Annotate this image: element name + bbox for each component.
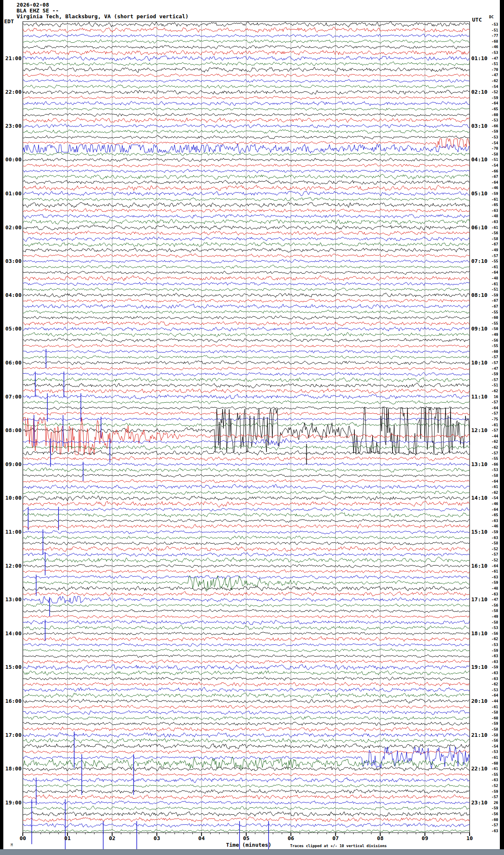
- dc-value: -56: [475, 338, 498, 342]
- dc-value: -62: [475, 440, 498, 444]
- left-time-label: 06:00: [0, 359, 22, 366]
- left-time-label: 08:00: [0, 427, 22, 433]
- dc-value: -59: [475, 806, 498, 810]
- x-axis-tick-label: 03: [148, 835, 165, 841]
- x-axis-tick-label: 00: [15, 835, 31, 841]
- dc-value: -62: [475, 637, 498, 641]
- dc-value: -57: [475, 451, 498, 455]
- dc-value: -59: [475, 96, 498, 100]
- bottom-window-band: [0, 849, 504, 855]
- dc-value: -61: [475, 197, 498, 202]
- dc-value: -49: [475, 248, 498, 252]
- dc-value: -60: [475, 113, 498, 117]
- dc-value: 26: [475, 801, 498, 805]
- dc-value: -51: [475, 62, 498, 66]
- x-axis-tick-label: 06: [283, 835, 299, 841]
- dc-value: -66: [475, 169, 498, 173]
- dc-value: -63: [475, 209, 498, 213]
- dc-value: -63: [475, 654, 498, 658]
- x-axis-tick-label: 05: [238, 835, 254, 841]
- dc-value: -59: [475, 530, 498, 534]
- left-time-label: 12:00: [0, 563, 22, 569]
- left-time-label: 14:00: [0, 630, 22, 636]
- dc-value: -56: [475, 812, 498, 816]
- dc-value: -59: [475, 665, 498, 669]
- left-time-label: 11:00: [0, 529, 22, 535]
- x-axis-tick-label: 04: [193, 835, 210, 841]
- dc-value: -53: [475, 22, 498, 27]
- dc-value: -57: [475, 795, 498, 799]
- dc-value: -58: [475, 237, 498, 241]
- dc-value: -54: [475, 141, 498, 145]
- dc-value: -54: [475, 163, 498, 168]
- dc-value: -61: [475, 705, 498, 709]
- dc-value: -68: [475, 39, 498, 44]
- dc-value: -62: [475, 445, 498, 449]
- dc-value: -59: [475, 649, 498, 653]
- dc-value: -46: [475, 502, 498, 506]
- dc-value: -67: [475, 299, 498, 303]
- dc-value: -48: [475, 214, 498, 218]
- dc-value: -48: [475, 586, 498, 590]
- dc-value: -61: [475, 282, 498, 286]
- dc-value: -48: [475, 276, 498, 280]
- dc-value: -62: [475, 682, 498, 686]
- dc-value: -53: [475, 135, 498, 139]
- dc-value: -57: [475, 355, 498, 359]
- dc-value: -64: [475, 180, 498, 185]
- dc-value: -63: [475, 575, 498, 579]
- dc-value: -61: [475, 485, 498, 489]
- dc-value: -52: [475, 558, 498, 562]
- dc-value: -49: [475, 615, 498, 619]
- dc-value: -57: [475, 361, 498, 365]
- left-time-label: 13:00: [0, 596, 22, 602]
- dc-value: -59: [475, 372, 498, 376]
- dc-value: -47: [475, 367, 498, 371]
- x-axis-tick-label: 01: [59, 835, 76, 841]
- x-axis-tick-label: 08: [372, 835, 388, 841]
- dc-value: -52: [475, 784, 498, 788]
- dc-value: -67: [475, 175, 498, 179]
- dc-value: -64: [475, 693, 498, 697]
- dc-value: -46: [475, 186, 498, 190]
- dc-value: -58: [475, 620, 498, 624]
- dc-value: -46: [475, 45, 498, 49]
- dc-value: -58: [475, 609, 498, 613]
- dc-value: -59: [475, 129, 498, 134]
- dc-value: -64: [475, 406, 498, 410]
- dc-value: -53: [475, 51, 498, 55]
- x-axis-tick-label: 09: [417, 835, 433, 841]
- left-time-label: 18:00: [0, 765, 22, 772]
- dc-value: -70: [475, 146, 498, 151]
- dc-value: -60: [475, 316, 498, 320]
- dc-value: -52: [475, 90, 498, 94]
- left-time-label: 00:00: [0, 156, 22, 163]
- dc-value: -44: [475, 699, 498, 703]
- dc-value: -56: [475, 231, 498, 235]
- clip-note: Traces clipped at +/- 10 vertical divisi…: [290, 844, 387, 848]
- dc-value: -64: [475, 508, 498, 512]
- dc-value: -53: [475, 688, 498, 692]
- dc-value: -61: [475, 423, 498, 427]
- dc-value: -47: [475, 598, 498, 602]
- dc-value: -60: [475, 350, 498, 354]
- dc-value: -63: [475, 778, 498, 782]
- dc-value: -53: [475, 643, 498, 647]
- dc-value: -57: [475, 254, 498, 258]
- dc-value: -56: [475, 738, 498, 743]
- dc-value: -75: [475, 417, 498, 421]
- dc-value: -57: [475, 552, 498, 556]
- dc-value: -57: [475, 411, 498, 415]
- x-axis-tick-label: 07: [327, 835, 344, 841]
- dc-value: -63: [475, 519, 498, 523]
- dc-value: -58: [475, 541, 498, 545]
- dc-value: -55: [475, 457, 498, 461]
- dc-value: -60: [475, 716, 498, 720]
- left-time-label: 04:00: [0, 292, 22, 298]
- left-time-label: 02:00: [0, 224, 22, 231]
- dc-value: -58: [475, 474, 498, 478]
- dc-value: -63: [475, 536, 498, 540]
- dc-value: -44: [475, 434, 498, 438]
- dc-value: -59: [475, 581, 498, 585]
- x-axis-tick-label: 10: [461, 835, 478, 841]
